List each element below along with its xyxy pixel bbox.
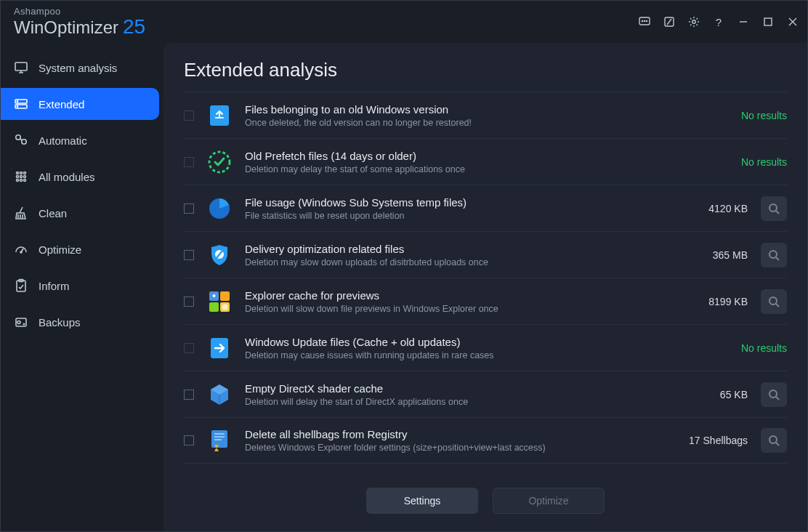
backup-icon (14, 315, 28, 329)
brand: Ashampoo WinOptimizer 25 (14, 7, 145, 37)
gauge-icon (14, 242, 28, 257)
sidebar-item-label: Extended (39, 98, 84, 110)
svg-point-21 (20, 180, 23, 182)
row-result: No results (741, 342, 787, 354)
svg-rect-36 (220, 291, 230, 301)
details-button[interactable] (761, 428, 787, 453)
sidebar-item-optimize[interactable]: Optimize (1, 233, 159, 265)
row-result: 8199 KB (708, 296, 748, 307)
checkbox[interactable] (184, 390, 194, 400)
row-title: Explorer cache for previews (245, 289, 695, 302)
extended-icon (14, 97, 28, 111)
sidebar-item-label: Backups (39, 316, 81, 329)
sidebar-item-label: Inform (39, 280, 70, 292)
svg-point-39 (213, 294, 216, 297)
row-result: 365 MB (713, 249, 748, 261)
svg-rect-46 (214, 436, 225, 438)
sidebar: System analysis Extended Automatic All m… (1, 43, 163, 531)
row-title: Windows Update files (Cache + old update… (245, 336, 728, 348)
list-item: Files belonging to an old Windows versio… (184, 92, 787, 138)
details-button[interactable] (761, 382, 787, 407)
svg-point-10 (17, 101, 17, 102)
broom-icon (14, 206, 28, 220)
brand-version: 25 (123, 17, 145, 37)
svg-point-32 (769, 204, 777, 211)
svg-point-43 (769, 390, 777, 398)
svg-point-13 (22, 140, 26, 144)
page-title: Extended analysis (163, 59, 807, 92)
svg-rect-7 (15, 63, 27, 70)
list-item: Delete all shellbags from RegistryDelete… (184, 417, 787, 464)
checkbox[interactable] (184, 297, 194, 307)
row-icon (207, 428, 232, 453)
svg-point-16 (24, 172, 26, 174)
footer: Settings Optimize (163, 475, 807, 531)
row-desc: Deletion will delay the start of DirectX… (245, 397, 707, 407)
row-desc: Deletion may delay the start of some app… (245, 164, 728, 174)
details-button[interactable] (761, 196, 787, 221)
gear-icon[interactable] (688, 16, 700, 28)
sidebar-item-extended[interactable]: Extended (1, 88, 159, 120)
row-result: 65 KB (720, 389, 748, 400)
svg-point-17 (17, 176, 19, 178)
svg-point-48 (769, 436, 777, 443)
analysis-list: Files belonging to an old Windows versio… (163, 92, 807, 475)
row-desc: Deletes Windows Explorer folder settings… (245, 443, 676, 453)
feedback-icon[interactable] (639, 16, 650, 28)
row-desc: Deletion may slow down uploads of disitr… (245, 257, 700, 267)
maximize-icon[interactable] (762, 16, 774, 28)
checkbox[interactable] (184, 435, 194, 446)
svg-point-41 (769, 297, 777, 305)
news-icon[interactable] (663, 16, 675, 28)
svg-point-28 (23, 323, 24, 324)
help-icon[interactable]: ? (713, 16, 724, 28)
row-icon (207, 150, 232, 174)
titlebar: Ashampoo WinOptimizer 25 ? (1, 1, 807, 43)
list-item: Old Prefetch files (14 days or older)Del… (184, 138, 787, 185)
list-item: Empty DirectX shader cacheDeletion will … (184, 371, 787, 417)
sidebar-item-inform[interactable]: Inform (1, 270, 159, 302)
content: Extended analysis Files belonging to an … (163, 43, 807, 531)
sidebar-item-system-analysis[interactable]: System analysis (1, 52, 159, 84)
row-result: No results (741, 110, 787, 121)
list-item: Delivery optimization related filesDelet… (184, 231, 787, 278)
svg-rect-47 (214, 439, 222, 440)
row-title: Old Prefetch files (14 days or older) (245, 150, 728, 162)
optimize-button[interactable]: Optimize (493, 488, 605, 514)
svg-rect-6 (764, 18, 772, 25)
row-title: Files belonging to an old Windows versio… (245, 103, 728, 116)
sidebar-item-automatic[interactable]: Automatic (1, 124, 159, 156)
checkbox[interactable] (184, 203, 194, 214)
svg-point-2 (644, 20, 645, 21)
svg-point-14 (17, 172, 19, 174)
svg-point-11 (17, 106, 17, 107)
svg-point-18 (20, 176, 23, 178)
svg-point-40 (222, 304, 228, 310)
modules-icon (14, 169, 28, 184)
sidebar-item-backups[interactable]: Backups (1, 306, 159, 338)
sidebar-item-clean[interactable]: Clean (1, 197, 159, 229)
list-item: Explorer cache for previewsDeletion will… (184, 278, 787, 324)
svg-point-20 (17, 180, 19, 182)
svg-point-19 (24, 176, 26, 178)
row-desc: Deletion will slow down file previews in… (245, 304, 695, 314)
row-icon (207, 243, 232, 267)
row-desc: File statistics will be reset upon delet… (245, 211, 695, 221)
row-title: Delete all shellbags from Registry (245, 428, 676, 440)
row-title: File usage (Windows Sub Systems temp fil… (245, 196, 695, 209)
svg-point-27 (17, 321, 20, 324)
settings-button[interactable]: Settings (366, 488, 478, 514)
svg-rect-37 (209, 302, 219, 312)
close-icon[interactable] (787, 16, 799, 28)
details-button[interactable] (761, 289, 787, 314)
details-button[interactable] (761, 243, 787, 267)
svg-rect-45 (214, 433, 225, 435)
checkbox[interactable] (184, 250, 194, 260)
checkbox (184, 157, 194, 167)
row-title: Empty DirectX shader cache (245, 382, 707, 395)
sidebar-item-all-modules[interactable]: All modules (1, 161, 159, 193)
minimize-icon[interactable] (738, 16, 749, 28)
svg-point-12 (16, 135, 20, 140)
checkbox (184, 343, 194, 353)
row-icon (207, 196, 232, 221)
